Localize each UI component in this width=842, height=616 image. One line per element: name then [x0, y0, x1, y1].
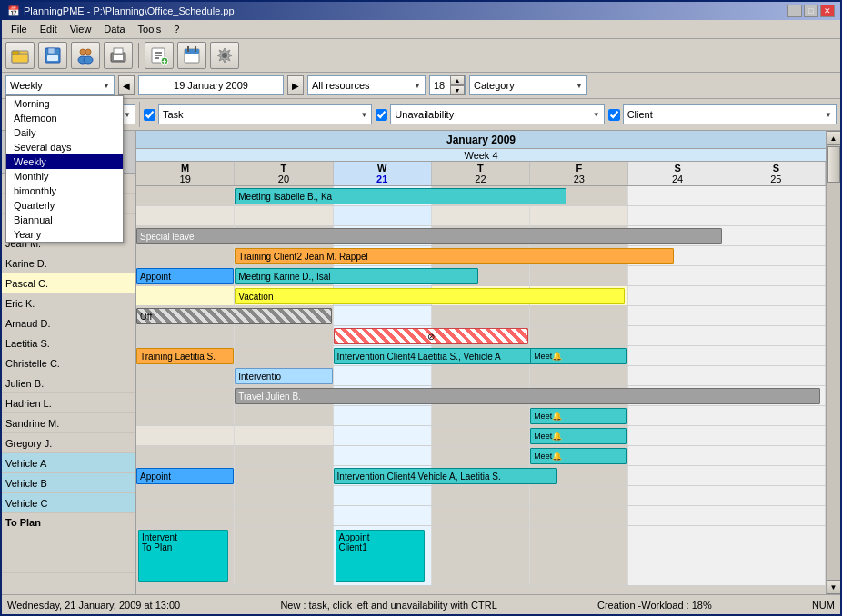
- resource-julien[interactable]: Julien B.: [2, 373, 135, 393]
- number-input[interactable]: 18: [430, 80, 450, 91]
- cell-vehicle-c-thu[interactable]: [432, 506, 530, 525]
- cell-christelle-wed[interactable]: [334, 366, 432, 385]
- view-option-yearly[interactable]: Yearly: [6, 227, 123, 242]
- settings-button[interactable]: [210, 42, 239, 69]
- cell-eric-sat[interactable]: [628, 306, 727, 325]
- new-task-button[interactable]: +: [145, 42, 174, 69]
- cell-toplan-sun[interactable]: [727, 526, 826, 585]
- cell-vehicle-c-mon[interactable]: [136, 506, 235, 525]
- cell-karine-fri[interactable]: [530, 266, 628, 285]
- resource-pascal[interactable]: Pascal C.: [2, 273, 135, 293]
- cell-karine-tue[interactable]: Meeting Karine D., Isal: [235, 266, 333, 285]
- cell-jean-mon[interactable]: [136, 246, 235, 265]
- cell-hadrien-sat[interactable]: [628, 406, 727, 425]
- cell-laetitia-s-wed[interactable]: Intervention Client4 Laetitia S., Vehicl…: [334, 346, 432, 365]
- unavailability-filter-dropdown[interactable]: Unavailability ▼: [390, 104, 604, 124]
- event-julien-travel[interactable]: Travel Julien B.: [235, 388, 820, 404]
- row-vehicle-b[interactable]: [136, 486, 826, 506]
- cell-laetitia-d-tue[interactable]: [235, 206, 333, 225]
- print-button[interactable]: [104, 42, 133, 69]
- cell-sandrine-sat[interactable]: [628, 426, 727, 445]
- cell-gregory-mon[interactable]: [136, 446, 235, 465]
- resource-hadrien[interactable]: Hadrien L.: [2, 393, 135, 413]
- cell-vehicle-a-wed[interactable]: Intervention Client4 Vehicle A, Laetitia…: [334, 466, 432, 485]
- event-laetitia-s-training[interactable]: Training Laetitia S.: [136, 348, 234, 364]
- cell-gregory-sun[interactable]: [727, 446, 826, 465]
- employees-button[interactable]: [71, 42, 100, 69]
- cell-sandrine-fri[interactable]: Meet🔔: [530, 426, 628, 445]
- cell-vehicle-b-fri[interactable]: [530, 486, 628, 505]
- view-option-biannual[interactable]: Biannual: [6, 213, 123, 227]
- row-pascal[interactable]: Vacation: [136, 286, 826, 306]
- cell-eric-sun[interactable]: [727, 306, 826, 325]
- cell-laetitia-d-sat[interactable]: [628, 206, 727, 225]
- cell-christelle-mon[interactable]: [136, 366, 235, 385]
- cell-laetitia-d-wed[interactable]: [334, 206, 432, 225]
- menu-edit[interactable]: Edit: [35, 22, 63, 36]
- cell-toplan-tue[interactable]: [235, 526, 333, 585]
- calendar-button[interactable]: [177, 42, 206, 69]
- event-gregory-meet[interactable]: Meet🔔: [530, 448, 627, 464]
- cell-vehicle-a-mon[interactable]: Appoint: [136, 466, 235, 485]
- row-vehicle-c[interactable]: [136, 506, 826, 526]
- cell-christelle-thu[interactable]: [432, 366, 530, 385]
- cell-arnaud-fri[interactable]: [530, 326, 628, 345]
- cell-julien-mon[interactable]: [136, 386, 235, 405]
- cell-jean-tue[interactable]: Training Client2 Jean M. Rappel: [235, 246, 333, 265]
- cell-laetitia-d-sun[interactable]: [727, 206, 826, 225]
- cell-karine-sun[interactable]: [727, 266, 826, 285]
- cell-vehicle-b-sat[interactable]: [628, 486, 727, 505]
- event-arnaud-striped[interactable]: ⊘: [334, 328, 529, 344]
- cell-hadrien-thu[interactable]: [432, 406, 530, 425]
- row-christelle[interactable]: Interventio: [136, 366, 826, 386]
- cell-vehicle-a-tue[interactable]: [235, 466, 333, 485]
- cell-vehicle-c-fri[interactable]: [530, 506, 628, 525]
- cell-pascal-tue[interactable]: Vacation: [235, 286, 333, 305]
- cell-arnaud-tue[interactable]: [235, 326, 333, 345]
- cell-sandrine-mon[interactable]: [136, 426, 235, 445]
- cell-jean-sun[interactable]: [727, 246, 826, 265]
- row-eric[interactable]: Off: [136, 306, 826, 326]
- resource-vehicle-b[interactable]: Vehicle B: [2, 473, 135, 493]
- cell-laetitia-s-sun[interactable]: [727, 346, 826, 365]
- event-laetitia-s-intervention[interactable]: Intervention Client4 Laetitia S., Vehicl…: [334, 348, 558, 364]
- event-vehicle-a-intervention[interactable]: Intervention Client4 Vehicle A, Laetitia…: [334, 468, 558, 484]
- row-isabelle[interactable]: Meeting Isabelle B., Ka: [136, 186, 826, 206]
- event-isabelle-meeting[interactable]: Meeting Isabelle B., Ka: [235, 188, 566, 204]
- cell-sylvain-mon[interactable]: Special leave: [136, 226, 235, 245]
- client-filter-checkbox[interactable]: [608, 109, 620, 121]
- resources-dropdown[interactable]: All resources ▼: [307, 75, 426, 95]
- scroll-track[interactable]: [827, 145, 840, 580]
- cell-isabelle-tue[interactable]: Meeting Isabelle B., Ka: [235, 186, 333, 205]
- resource-toplan[interactable]: To Plan: [2, 513, 135, 573]
- cell-sandrine-tue[interactable]: [235, 426, 333, 445]
- cell-hadrien-tue[interactable]: [235, 406, 333, 425]
- scroll-down-button[interactable]: ▼: [827, 580, 841, 594]
- cell-hadrien-mon[interactable]: [136, 406, 235, 425]
- cell-vehicle-a-sat[interactable]: [628, 466, 727, 485]
- maximize-button[interactable]: □: [804, 5, 818, 17]
- cell-vehicle-b-sun[interactable]: [727, 486, 826, 505]
- cell-laetitia-s-mon[interactable]: Training Laetitia S.: [136, 346, 235, 365]
- number-up[interactable]: ▲: [450, 75, 465, 85]
- event-jean-training[interactable]: Training Client2 Jean M. Rappel: [235, 248, 674, 264]
- cell-eric-fri[interactable]: [530, 306, 628, 325]
- prev-period-button[interactable]: ◀: [118, 75, 135, 95]
- cell-isabelle-mon[interactable]: [136, 186, 235, 205]
- cell-vehicle-c-sun[interactable]: [727, 506, 826, 525]
- cell-isabelle-sun[interactable]: [727, 186, 826, 205]
- event-laetitia-s-meet[interactable]: Meet🔔: [530, 348, 627, 364]
- cell-laetitia-s-tue[interactable]: [235, 346, 333, 365]
- event-sandrine-meet[interactable]: Meet🔔: [530, 428, 627, 444]
- open-button[interactable]: [5, 42, 35, 69]
- row-laetitia-s[interactable]: Training Laetitia S. Intervention Client…: [136, 346, 826, 366]
- event-karine-meeting[interactable]: Meeting Karine D., Isal: [235, 268, 478, 284]
- cell-hadrien-fri[interactable]: Meet🔔: [530, 406, 628, 425]
- cell-laetitia-d-thu[interactable]: [432, 206, 530, 225]
- cell-vehicle-b-tue[interactable]: [235, 486, 333, 505]
- row-gregory[interactable]: Meet🔔: [136, 446, 826, 466]
- event-hadrien-meet[interactable]: Meet🔔: [530, 408, 627, 424]
- resource-laetitia-s[interactable]: Laetitia S.: [2, 333, 135, 353]
- resource-arnaud[interactable]: Arnaud D.: [2, 313, 135, 333]
- scroll-up-button[interactable]: ▲: [827, 131, 841, 145]
